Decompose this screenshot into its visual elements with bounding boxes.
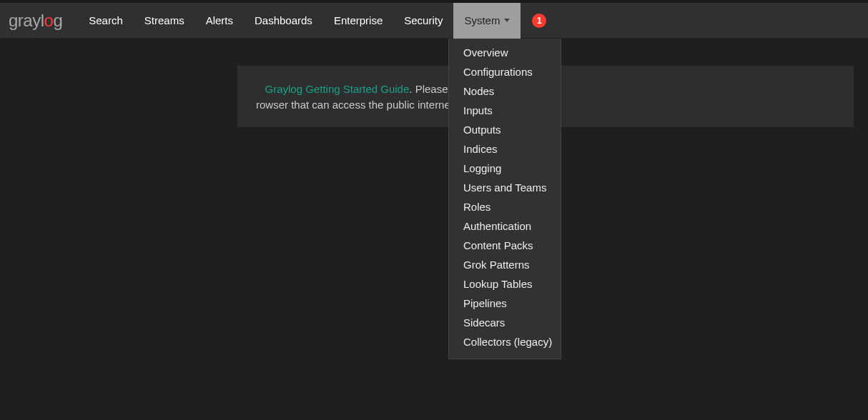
- menu-users-teams[interactable]: Users and Teams: [449, 178, 561, 197]
- nav-alerts[interactable]: Alerts: [195, 3, 244, 39]
- msg-suffix2: rowser that can access the public intern…: [256, 99, 456, 111]
- notification-badge[interactable]: 1: [532, 14, 546, 28]
- logo[interactable]: graylog: [9, 11, 62, 31]
- menu-configurations[interactable]: Configurations: [449, 62, 561, 81]
- nav-system[interactable]: System: [453, 3, 521, 39]
- menu-authentication[interactable]: Authentication: [449, 216, 561, 236]
- menu-lookup-tables[interactable]: Lookup Tables: [449, 274, 561, 294]
- nav-dashboards[interactable]: Dashboards: [244, 3, 323, 39]
- menu-logging[interactable]: Logging: [449, 159, 561, 178]
- menu-indices[interactable]: Indices: [449, 139, 561, 159]
- menu-inputs[interactable]: Inputs: [449, 101, 561, 120]
- logo-text-g: g: [53, 11, 62, 31]
- nav-security[interactable]: Security: [393, 3, 453, 39]
- nav-system-label: System: [464, 14, 500, 26]
- menu-sidecars[interactable]: Sidecars: [449, 313, 561, 332]
- menu-nodes[interactable]: Nodes: [449, 81, 561, 101]
- logo-text-o: o: [44, 11, 54, 31]
- logo-text-gray: gray: [9, 11, 41, 31]
- menu-overview[interactable]: Overview: [449, 43, 561, 62]
- navbar: graylog Search Streams Alerts Dashboards…: [0, 3, 868, 39]
- menu-roles[interactable]: Roles: [449, 197, 561, 216]
- nav-enterprise[interactable]: Enterprise: [323, 3, 393, 39]
- menu-pipelines[interactable]: Pipelines: [449, 294, 561, 313]
- nav-streams[interactable]: Streams: [134, 3, 195, 39]
- menu-content-packs[interactable]: Content Packs: [449, 236, 561, 255]
- nav-search[interactable]: Search: [78, 3, 134, 39]
- menu-collectors-legacy[interactable]: Collectors (legacy): [449, 332, 561, 351]
- menu-outputs[interactable]: Outputs: [449, 120, 561, 139]
- getting-started-link[interactable]: Graylog Getting Started Guide: [265, 83, 410, 95]
- chevron-down-icon: [504, 19, 510, 22]
- menu-grok-patterns[interactable]: Grok Patterns: [449, 255, 561, 274]
- system-dropdown: Overview Configurations Nodes Inputs Out…: [448, 39, 561, 359]
